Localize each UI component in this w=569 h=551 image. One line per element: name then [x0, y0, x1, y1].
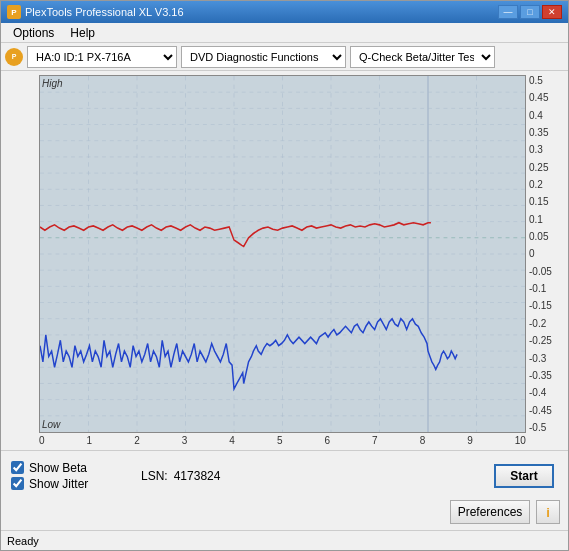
x-label-1: 1 [87, 435, 93, 446]
x-label-4: 4 [229, 435, 235, 446]
y-label-16: -0.3 [529, 353, 546, 364]
y-label-2: 0.4 [529, 110, 543, 121]
start-button[interactable]: Start [494, 464, 554, 488]
y-label-11: -0.05 [529, 266, 552, 277]
x-label-3: 3 [182, 435, 188, 446]
chart-inner: High Low [39, 75, 526, 433]
x-label-0: 0 [39, 435, 45, 446]
y-label-12: -0.1 [529, 283, 546, 294]
show-jitter-label: Show Jitter [29, 477, 88, 491]
status-bar: Ready [1, 530, 568, 550]
main-window: P PlexTools Professional XL V3.16 — □ ✕ … [0, 0, 569, 551]
y-label-15: -0.25 [529, 335, 552, 346]
y-label-13: -0.15 [529, 300, 552, 311]
y-axis-left [9, 75, 39, 433]
drive-select[interactable]: HA:0 ID:1 PX-716A [27, 46, 177, 68]
y-label-19: -0.45 [529, 405, 552, 416]
y-label-0: 0.5 [529, 75, 543, 86]
minimize-button[interactable]: — [498, 5, 518, 19]
y-label-7: 0.15 [529, 196, 548, 207]
app-icon: P [7, 5, 21, 19]
y-label-14: -0.2 [529, 318, 546, 329]
lsn-value: 4173824 [174, 469, 221, 483]
window-title: PlexTools Professional XL V3.16 [25, 6, 184, 18]
show-jitter-checkbox[interactable] [11, 477, 24, 490]
test-select[interactable]: Q-Check Beta/Jitter Test [350, 46, 495, 68]
x-label-2: 2 [134, 435, 140, 446]
menu-options[interactable]: Options [5, 24, 62, 42]
menu-bar: Options Help [1, 23, 568, 43]
y-label-3: 0.35 [529, 127, 548, 138]
chart-container: High Low [9, 75, 560, 433]
lsn-label: LSN: [141, 469, 168, 483]
y-label-10: 0 [529, 248, 535, 259]
info-button[interactable]: i [536, 500, 560, 524]
y-label-1: 0.45 [529, 92, 548, 103]
bottom-controls: Show Beta Show Jitter LSN: 4173824 Start [1, 451, 568, 500]
status-text: Ready [7, 535, 39, 547]
bottom-panel: Show Beta Show Jitter LSN: 4173824 Start… [1, 450, 568, 530]
y-label-20: -0.5 [529, 422, 546, 433]
y-label-6: 0.2 [529, 179, 543, 190]
y-axis-right: 0.5 0.45 0.4 0.35 0.3 0.25 0.2 0.15 0.1 … [526, 75, 560, 433]
close-button[interactable]: ✕ [542, 5, 562, 19]
buttons-area: Start [494, 464, 558, 488]
maximize-button[interactable]: □ [520, 5, 540, 19]
function-select[interactable]: DVD Diagnostic Functions [181, 46, 346, 68]
show-beta-row: Show Beta [11, 461, 121, 475]
drive-icon: P [5, 48, 23, 66]
x-label-6: 6 [324, 435, 330, 446]
y-label-17: -0.35 [529, 370, 552, 381]
lsn-area: LSN: 4173824 [121, 469, 494, 483]
show-beta-checkbox[interactable] [11, 461, 24, 474]
y-label-8: 0.1 [529, 214, 543, 225]
show-beta-label: Show Beta [29, 461, 87, 475]
x-label-10: 10 [515, 435, 526, 446]
y-label-4: 0.3 [529, 144, 543, 155]
checkboxes: Show Beta Show Jitter [11, 461, 121, 491]
preferences-button[interactable]: Preferences [450, 500, 530, 524]
menu-help[interactable]: Help [62, 24, 103, 42]
show-jitter-row: Show Jitter [11, 477, 121, 491]
x-label-9: 9 [467, 435, 473, 446]
title-bar-left: P PlexTools Professional XL V3.16 [7, 5, 184, 19]
pref-row: Preferences i [1, 500, 568, 530]
y-label-5: 0.25 [529, 162, 548, 173]
x-label-8: 8 [420, 435, 426, 446]
chart-svg [40, 76, 525, 432]
title-buttons: — □ ✕ [498, 5, 562, 19]
chart-area: High Low [1, 71, 568, 450]
title-bar: P PlexTools Professional XL V3.16 — □ ✕ [1, 1, 568, 23]
x-label-7: 7 [372, 435, 378, 446]
toolbar: P HA:0 ID:1 PX-716A DVD Diagnostic Funct… [1, 43, 568, 71]
y-label-9: 0.05 [529, 231, 548, 242]
x-axis: 0 1 2 3 4 5 6 7 8 9 10 [39, 433, 526, 446]
y-label-18: -0.4 [529, 387, 546, 398]
x-label-5: 5 [277, 435, 283, 446]
